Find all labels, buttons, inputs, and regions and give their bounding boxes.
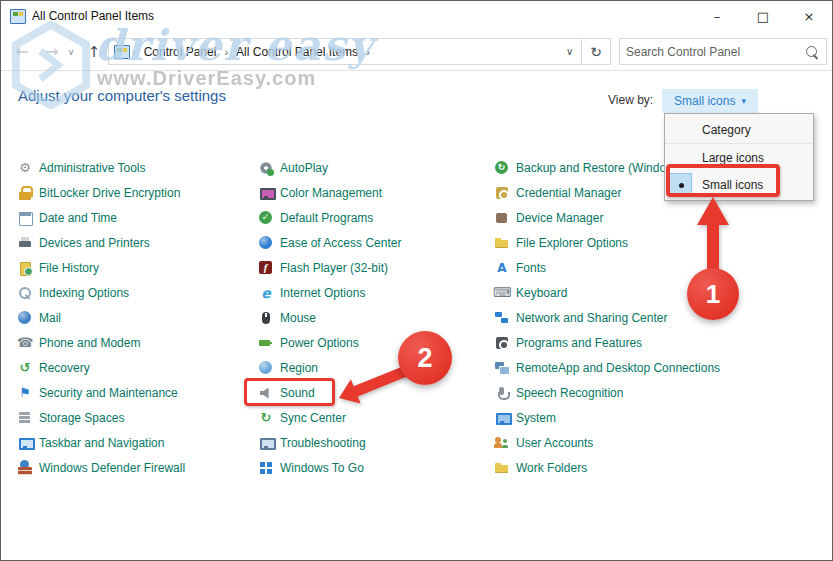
annotation-box-small-icons (666, 164, 780, 197)
control-panel-item[interactable]: Power Options (258, 330, 496, 355)
control-panel-item[interactable]: Speech Recognition (494, 380, 829, 405)
internet-options-icon (258, 285, 274, 301)
breadcrumb: › Control Panel › All Control Panel Item… (130, 45, 372, 59)
control-panel-item[interactable]: Mouse (258, 305, 496, 330)
close-button[interactable]: × (786, 1, 832, 32)
control-panel-window: All Control Panel Items – □ × ← → ∨ ↑ › … (0, 0, 833, 561)
control-panel-item-label: BitLocker Drive Encryption (39, 186, 180, 200)
minimize-button[interactable]: – (694, 1, 740, 32)
windows-defender-firewall-icon (17, 460, 33, 476)
taskbar-and-navigation-icon (17, 435, 33, 451)
history-chevron-icon[interactable]: ∨ (63, 32, 79, 71)
menu-gutter (669, 118, 692, 141)
window-title: All Control Panel Items (32, 9, 154, 23)
control-panel-item[interactable]: Keyboard (494, 280, 829, 305)
view-by-label: View by: (608, 93, 653, 107)
control-panel-item[interactable]: BitLocker Drive Encryption (17, 180, 249, 205)
control-panel-item-label: Flash Player (32-bit) (280, 261, 388, 275)
control-panel-item[interactable]: Network and Sharing Center (494, 305, 829, 330)
annotation-arrow-up-icon (691, 195, 735, 279)
control-panel-item[interactable]: Administrative Tools (17, 155, 249, 180)
breadcrumb-all-control-panel-items[interactable]: All Control Panel Items (230, 45, 364, 59)
page-title: Adjust your computer's settings (18, 87, 226, 104)
control-panel-item[interactable]: Device Manager (494, 205, 829, 230)
ease-of-access-center-icon (258, 235, 274, 251)
control-panel-item-label: Power Options (280, 336, 359, 350)
view-menu-item-label: Large icons (702, 151, 764, 165)
control-panel-item-label: Sync Center (280, 411, 346, 425)
control-panel-item-label: Storage Spaces (39, 411, 124, 425)
control-panel-item[interactable]: Default Programs (258, 205, 496, 230)
control-panel-item-label: Credential Manager (516, 186, 621, 200)
storage-spaces-icon (17, 410, 33, 426)
security-and-maintenance-icon (17, 385, 33, 401)
sync-center-icon (258, 410, 274, 426)
control-panel-item[interactable]: Storage Spaces (17, 405, 249, 430)
programs-and-features-icon (494, 335, 510, 351)
address-dropdown-icon[interactable]: ∨ (558, 46, 581, 57)
control-panel-item[interactable]: Flash Player (32-bit) (258, 255, 496, 280)
address-bar[interactable]: › Control Panel › All Control Panel Item… (108, 38, 611, 65)
view-by-dropdown[interactable]: Small icons ▾ (662, 89, 758, 113)
view-menu-item-label: Category (702, 123, 751, 137)
control-panel-item[interactable]: Mail (17, 305, 249, 330)
control-panel-item[interactable]: Ease of Access Center (258, 230, 496, 255)
control-panel-item[interactable]: File Explorer Options (494, 230, 829, 255)
control-panel-item[interactable]: File History (17, 255, 249, 280)
control-panel-item[interactable]: Windows To Go (258, 455, 496, 480)
annotation-step-2-badge: 2 (398, 331, 452, 385)
refresh-icon[interactable]: ↻ (582, 44, 610, 60)
control-panel-item-label: Default Programs (280, 211, 373, 225)
back-button[interactable]: ← (9, 32, 35, 71)
breadcrumb-control-panel-icon (114, 45, 130, 59)
control-panel-item-label: Work Folders (516, 461, 587, 475)
forward-button[interactable]: → (39, 32, 65, 71)
administrative-tools-icon (17, 160, 33, 176)
control-panel-item[interactable]: AutoPlay (258, 155, 496, 180)
device-manager-icon (494, 210, 510, 226)
control-panel-item-label: Taskbar and Navigation (39, 436, 164, 450)
control-panel-item[interactable]: Windows Defender Firewall (17, 455, 249, 480)
control-panel-item[interactable]: Programs and Features (494, 330, 829, 355)
control-panel-item[interactable]: Color Management (258, 180, 496, 205)
search-input[interactable] (620, 45, 804, 59)
annotation-box-sound (244, 378, 335, 406)
search-icon[interactable] (804, 44, 822, 60)
view-menu-item-category[interactable]: Category (665, 116, 813, 144)
control-panel-item[interactable]: Fonts (494, 255, 829, 280)
control-panel-item[interactable]: Taskbar and Navigation (17, 430, 249, 455)
file-history-icon (17, 260, 33, 276)
control-panel-item[interactable]: Security and Maintenance (17, 380, 249, 405)
control-panel-item[interactable]: Devices and Printers (17, 230, 249, 255)
breadcrumb-control-panel[interactable]: Control Panel (138, 45, 223, 59)
control-panel-item-label: Fonts (516, 261, 546, 275)
chevron-down-icon: ▾ (741, 96, 746, 106)
control-panel-item-label: Phone and Modem (39, 336, 140, 350)
control-panel-item[interactable]: Recovery (17, 355, 249, 380)
bitlocker-icon (17, 185, 33, 201)
control-panel-item[interactable]: User Accounts (494, 430, 829, 455)
control-panel-item[interactable]: Phone and Modem (17, 330, 249, 355)
control-panel-item-label: Devices and Printers (39, 236, 150, 250)
control-panel-item[interactable]: System (494, 405, 829, 430)
control-panel-item-label: AutoPlay (280, 161, 328, 175)
control-panel-item-label: System (516, 411, 556, 425)
keyboard-icon (494, 285, 510, 301)
control-panel-item-label: Mail (39, 311, 61, 325)
control-panel-item[interactable]: Date and Time (17, 205, 249, 230)
control-panel-item[interactable]: Indexing Options (17, 280, 249, 305)
fonts-icon (494, 260, 510, 276)
title-bar: All Control Panel Items – □ × (1, 1, 832, 32)
navigation-toolbar: ← → ∨ ↑ › Control Panel › All Control Pa… (1, 32, 832, 71)
breadcrumb-separator-icon: › (130, 46, 138, 58)
control-panel-item-label: Mouse (280, 311, 316, 325)
maximize-button[interactable]: □ (740, 1, 786, 32)
recovery-icon (17, 360, 33, 376)
control-panel-item[interactable]: Work Folders (494, 455, 829, 480)
remoteapp-icon (494, 360, 510, 376)
control-panel-item[interactable]: RemoteApp and Desktop Connections (494, 355, 829, 380)
control-panel-item[interactable]: Troubleshooting (258, 430, 496, 455)
control-panel-item-label: Internet Options (280, 286, 365, 300)
control-panel-item[interactable]: Internet Options (258, 280, 496, 305)
up-button[interactable]: ↑ (83, 32, 105, 71)
